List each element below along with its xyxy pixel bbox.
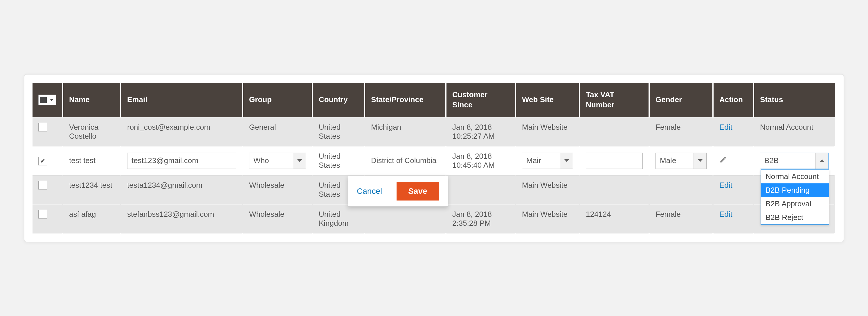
cell-site: Main Website bbox=[516, 204, 580, 233]
cell-site: Main Website bbox=[516, 117, 580, 146]
header-tax-l2: Number bbox=[586, 100, 643, 109]
cell-since bbox=[446, 175, 516, 204]
cell-country: United Kingdom bbox=[312, 204, 365, 233]
header-since[interactable]: Customer Since bbox=[446, 83, 516, 117]
cell-since: Jan 8, 2018 10:25:27 AM bbox=[446, 117, 516, 146]
header-status[interactable]: Status bbox=[754, 83, 835, 117]
select-all-control[interactable] bbox=[38, 95, 56, 105]
chevron-down-icon bbox=[297, 159, 302, 162]
header-since-l2: Since bbox=[452, 100, 509, 109]
cell-group: General bbox=[243, 117, 312, 146]
cell-state bbox=[365, 204, 446, 233]
row-checkbox[interactable] bbox=[38, 210, 47, 219]
cell-state: District of Columbia bbox=[365, 146, 446, 175]
cell-email: roni_cost@example.com bbox=[121, 117, 243, 146]
status-select-value: B2B bbox=[760, 153, 815, 168]
table-header-row: Name Email Group Country State/Province … bbox=[32, 83, 835, 117]
status-option-normal[interactable]: Normal Account bbox=[761, 170, 829, 183]
gender-select-value: Male bbox=[656, 153, 693, 168]
inline-edit-actions-popover: Cancel Save bbox=[348, 176, 448, 207]
group-select-value: Who bbox=[249, 153, 293, 168]
header-country[interactable]: Country bbox=[312, 83, 365, 117]
cell-tax bbox=[580, 117, 649, 146]
cell-country: United States bbox=[312, 117, 365, 146]
cell-tax: 124124 bbox=[580, 204, 649, 233]
cell-status: Normal Account bbox=[754, 117, 835, 146]
cell-email: stefanbss123@gmail.com bbox=[121, 204, 243, 233]
gender-select-toggle[interactable] bbox=[693, 153, 706, 168]
table-row-editing: test test Who United States District of … bbox=[32, 146, 835, 175]
status-dropdown-menu: Normal Account B2B Pending B2B Approval … bbox=[761, 169, 829, 225]
header-email[interactable]: Email bbox=[121, 83, 243, 117]
cell-gender: Female bbox=[649, 117, 713, 146]
header-state[interactable]: State/Province bbox=[365, 83, 446, 117]
cell-since: Jan 8, 2018 2:35:28 PM bbox=[446, 204, 516, 233]
header-site[interactable]: Web Site bbox=[516, 83, 580, 117]
header-group[interactable]: Group bbox=[243, 83, 312, 117]
chevron-down-icon bbox=[698, 159, 703, 162]
header-select-all bbox=[32, 83, 63, 117]
status-option-pending[interactable]: B2B Pending bbox=[761, 183, 829, 197]
chevron-down-icon bbox=[50, 99, 54, 101]
header-name[interactable]: Name bbox=[63, 83, 121, 117]
cell-name: asf afag bbox=[63, 204, 121, 233]
cell-group: Wholesale bbox=[243, 175, 312, 204]
cell-group: Wholesale bbox=[243, 204, 312, 233]
row-checkbox[interactable] bbox=[38, 123, 47, 131]
status-option-approval[interactable]: B2B Approval bbox=[761, 197, 829, 211]
cell-tax bbox=[580, 175, 649, 204]
header-gender[interactable]: Gender bbox=[649, 83, 713, 117]
cancel-button[interactable]: Cancel bbox=[357, 187, 382, 196]
cell-gender bbox=[649, 175, 713, 204]
cell-since: Jan 8, 2018 10:45:40 AM bbox=[446, 146, 516, 175]
chevron-up-icon bbox=[820, 159, 825, 162]
website-select-value: Mair bbox=[522, 153, 560, 168]
status-option-reject[interactable]: B2B Reject bbox=[761, 211, 829, 224]
status-select-toggle[interactable] bbox=[815, 153, 828, 168]
row-checkbox[interactable] bbox=[38, 157, 47, 165]
customers-table: Name Email Group Country State/Province … bbox=[32, 83, 836, 233]
customers-grid-card: Name Email Group Country State/Province … bbox=[24, 74, 844, 242]
header-tax[interactable]: Tax VAT Number bbox=[580, 83, 649, 117]
save-button[interactable]: Save bbox=[397, 182, 439, 200]
edit-link[interactable]: Edit bbox=[719, 210, 733, 219]
cell-gender: Female bbox=[649, 204, 713, 233]
row-checkbox[interactable] bbox=[38, 181, 47, 189]
pencil-icon[interactable] bbox=[719, 156, 727, 163]
edit-link[interactable]: Edit bbox=[719, 123, 733, 131]
cell-name: Veronica Costello bbox=[63, 117, 121, 146]
cell-state: Michigan bbox=[365, 117, 446, 146]
tax-vat-input[interactable] bbox=[586, 153, 643, 169]
website-select[interactable]: Mair bbox=[522, 153, 573, 169]
table-row: Veronica Costello roni_cost@example.com … bbox=[32, 117, 835, 146]
group-select-toggle[interactable] bbox=[293, 153, 306, 168]
chevron-down-icon bbox=[564, 159, 569, 162]
gender-select[interactable]: Male bbox=[655, 153, 707, 169]
email-input[interactable] bbox=[127, 153, 236, 169]
cell-country: United States bbox=[312, 146, 365, 175]
select-all-mark bbox=[40, 97, 47, 103]
cell-name: test1234 test bbox=[63, 175, 121, 204]
status-select[interactable]: B2B bbox=[760, 153, 829, 169]
cell-name: test test bbox=[63, 146, 121, 175]
table-row: asf afag stefanbss123@gmail.com Wholesal… bbox=[32, 204, 835, 233]
edit-link[interactable]: Edit bbox=[719, 181, 733, 189]
header-since-l1: Customer bbox=[452, 90, 509, 99]
cell-email: testa1234@gmail.com bbox=[121, 175, 243, 204]
header-tax-l1: Tax VAT bbox=[586, 90, 643, 99]
cell-site: Main Website bbox=[516, 175, 580, 204]
website-select-toggle[interactable] bbox=[560, 153, 573, 168]
header-action[interactable]: Action bbox=[713, 83, 754, 117]
group-select[interactable]: Who bbox=[249, 153, 306, 169]
